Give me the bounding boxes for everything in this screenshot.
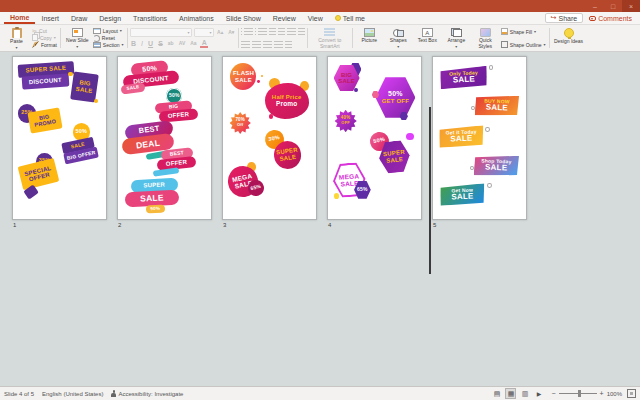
- tab-animations[interactable]: Animations: [173, 12, 220, 24]
- slide-thumbnail-2[interactable]: 50%DISCOUNTSALE50%BIGOFFERBESTDEALBESTOF…: [117, 56, 212, 220]
- new-slide-icon: [72, 28, 83, 37]
- strikethrough-button[interactable]: S: [157, 40, 165, 47]
- zoom-slider-thumb[interactable]: [578, 390, 581, 397]
- badge-shape: 90%: [146, 205, 165, 214]
- reading-view-button[interactable]: ▥: [519, 388, 530, 399]
- quick-styles-button[interactable]: Quick Styles: [472, 26, 499, 50]
- shapes-button[interactable]: Shapes ▾: [385, 26, 412, 50]
- align-left-button[interactable]: [241, 41, 250, 48]
- tab-label: Home: [10, 14, 29, 21]
- slide-sorter-view-button[interactable]: ▦: [505, 388, 516, 399]
- line-spacing-button[interactable]: [287, 28, 296, 35]
- reset-icon: [93, 35, 100, 42]
- zoom-level[interactable]: 100%: [607, 391, 622, 397]
- accessibility-label: Accessibility: Investigate: [118, 391, 183, 397]
- convert-to-smartart-button[interactable]: Convert to SmartArt: [311, 26, 349, 50]
- slide-number: 1: [13, 222, 107, 228]
- tab-tell-me[interactable]: Tell me: [329, 12, 371, 24]
- slide-thumbnail-1[interactable]: SUPER SALEDISCOUNTBIGSALE25%BIGPROMO50%S…: [12, 56, 107, 220]
- section-button[interactable]: Section ▾: [93, 42, 124, 49]
- tab-home[interactable]: Home: [4, 12, 35, 24]
- increase-indent-button[interactable]: [278, 28, 285, 35]
- normal-view-button[interactable]: ▤: [491, 388, 502, 399]
- badge-text: SALE: [338, 78, 355, 84]
- slide-thumbnail-4[interactable]: BIGSALE50%GET OFF40%OFF50%SUPERSALEMEGAS…: [327, 56, 422, 220]
- language-indicator[interactable]: English (United States): [42, 391, 103, 397]
- format-painter-button[interactable]: Format: [32, 41, 57, 48]
- font-color-button[interactable]: A: [200, 39, 208, 48]
- change-case-button[interactable]: Aa: [189, 41, 198, 46]
- slideshow-button[interactable]: ▶: [533, 388, 544, 399]
- font-name-select[interactable]: ▾: [130, 28, 192, 37]
- quick-styles-label: Quick Styles: [472, 38, 499, 50]
- text-box-button[interactable]: A Text Box: [414, 26, 441, 50]
- shape-outline-icon: [501, 41, 508, 48]
- slide-thumbnail-5[interactable]: Only TodaySALEBUY NOWSALEGet it TodaySAL…: [432, 56, 527, 220]
- shrink-font-button[interactable]: A▾: [227, 30, 236, 35]
- text-shadow-button[interactable]: ab: [166, 41, 175, 46]
- badge-text: 65%: [357, 187, 368, 192]
- smartart-icon: [324, 28, 335, 37]
- zoom-in-button[interactable]: +: [600, 390, 604, 397]
- shape-fill-button[interactable]: Shape Fill ▾: [501, 28, 546, 35]
- slide-strip: SUPER SALEDISCOUNTBIGSALE25%BIGPROMO50%S…: [0, 52, 640, 228]
- minimize-button[interactable]: –: [586, 0, 604, 12]
- titlebar: – □ ×: [0, 0, 640, 12]
- smartart-label: Convert to SmartArt: [311, 38, 349, 50]
- paragraph-group: [241, 26, 305, 50]
- powerpoint-window: – □ × HomeInsertDrawDesignTransitionsAni…: [0, 0, 640, 400]
- tab-label: Animations: [179, 15, 214, 22]
- decrease-indent-button[interactable]: [269, 28, 276, 35]
- badge-text: SALE: [452, 193, 474, 202]
- paste-icon: [12, 28, 22, 38]
- comments-button[interactable]: Comments: [589, 15, 632, 22]
- font-size-select[interactable]: ▾: [194, 28, 214, 37]
- tab-design[interactable]: Design: [93, 12, 127, 24]
- bullets-button[interactable]: [244, 28, 253, 35]
- grow-font-button[interactable]: A▴: [216, 30, 225, 35]
- numbering-button[interactable]: [258, 28, 267, 35]
- restore-button[interactable]: □: [604, 0, 622, 12]
- slide-wrap-1: SUPER SALEDISCOUNTBIGSALE25%BIGPROMO50%S…: [12, 56, 107, 228]
- bold-button[interactable]: B: [130, 40, 138, 47]
- badge-text: SALE: [126, 85, 139, 92]
- reset-button[interactable]: Reset: [93, 35, 124, 42]
- tab-insert[interactable]: Insert: [35, 12, 65, 24]
- arrange-caret-icon: ▾: [455, 45, 457, 49]
- arrange-button[interactable]: Arrange ▾: [443, 26, 470, 50]
- tab-review[interactable]: Review: [267, 12, 302, 24]
- align-center-button[interactable]: [252, 41, 261, 48]
- accessibility-status[interactable]: Accessibility: Investigate: [111, 390, 183, 397]
- italic-button[interactable]: I: [140, 40, 145, 47]
- group-separator: [127, 28, 128, 48]
- text-direction-button[interactable]: [298, 28, 305, 35]
- new-slide-button[interactable]: New Slide ▾: [64, 26, 91, 50]
- underline-button[interactable]: U: [147, 40, 155, 47]
- tab-draw[interactable]: Draw: [65, 12, 93, 24]
- badge-text: DISCOUNT: [29, 77, 62, 86]
- shape-outline-button[interactable]: Shape Outline ▾: [501, 41, 546, 48]
- badge-text: SALE: [140, 193, 164, 203]
- share-button[interactable]: ↪ Share: [545, 13, 584, 23]
- tab-view[interactable]: View: [302, 12, 329, 24]
- justify-button[interactable]: [274, 41, 283, 48]
- design-ideas-button[interactable]: Design Ideas: [553, 26, 585, 50]
- badge-shape: 50%GET OFF: [375, 77, 415, 118]
- copy-button[interactable]: Copy ▾: [32, 34, 57, 41]
- paste-button[interactable]: Paste ▾: [3, 26, 30, 50]
- character-spacing-button[interactable]: AV: [177, 41, 187, 46]
- zoom-out-button[interactable]: −: [551, 390, 555, 397]
- badge-shape: [471, 106, 475, 110]
- align-right-button[interactable]: [263, 41, 272, 48]
- tab-transitions[interactable]: Transitions: [127, 12, 173, 24]
- picture-button[interactable]: Picture: [356, 26, 383, 50]
- format-painter-label: Format: [41, 42, 57, 48]
- fit-to-window-button[interactable]: [627, 389, 636, 398]
- tab-slide-show[interactable]: Slide Show: [220, 12, 267, 24]
- badge-shape: [257, 80, 260, 83]
- slide-thumbnail-3[interactable]: FLASHSALEHalf PricePromo70%Off30%SUPERSA…: [222, 56, 317, 220]
- columns-button[interactable]: [285, 41, 292, 48]
- zoom-slider[interactable]: [559, 393, 597, 394]
- close-button[interactable]: ×: [622, 0, 640, 12]
- badge-text: SALE: [235, 77, 252, 83]
